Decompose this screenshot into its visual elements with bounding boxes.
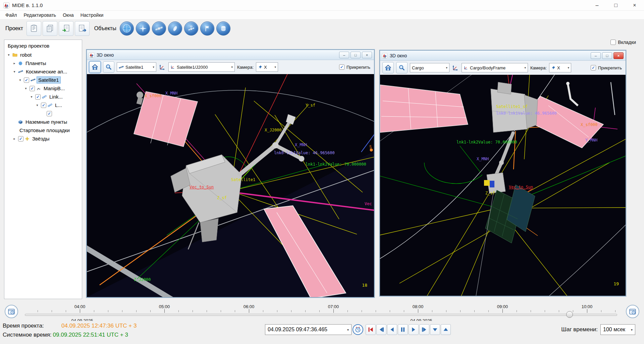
- camera-select-value: X: [264, 65, 267, 70]
- attach-checkbox[interactable]: Прикрепить: [591, 65, 622, 70]
- playback-pause-button[interactable]: [398, 324, 408, 335]
- 3d-window-close-button[interactable]: ×: [613, 52, 624, 59]
- mide-logo-icon: IDE: [89, 52, 94, 58]
- axes-icon[interactable]: [452, 64, 459, 71]
- tree-item-link3[interactable]: [4, 109, 82, 118]
- tree-checkbox[interactable]: [24, 77, 29, 83]
- frame-select[interactable]: Cargo/BodyFrame ▾: [462, 63, 528, 72]
- tree-item-manipb[interactable]: ▾ManipB...: [4, 84, 82, 93]
- add-tank-button[interactable]: [216, 21, 230, 36]
- time-step-value: 100 мсек: [603, 327, 625, 333]
- current-time-combo[interactable]: 04.09.2025 09:47:36.465 ▾: [265, 324, 352, 335]
- object-select[interactable]: Cargo ▾: [410, 63, 449, 72]
- playback-slower-button[interactable]: [430, 324, 440, 335]
- attach-checkbox-box[interactable]: [339, 64, 344, 70]
- tree-item-stars[interactable]: ▸Звёзды: [4, 134, 82, 143]
- tree-checkbox[interactable]: [30, 86, 35, 91]
- folder-icon: [12, 52, 17, 57]
- home-view-button[interactable]: [89, 61, 101, 73]
- playback-back-button[interactable]: [387, 324, 397, 335]
- add-star-button[interactable]: [136, 21, 150, 36]
- object-select[interactable]: Satellite1 ▾: [117, 62, 156, 72]
- time-step-combo[interactable]: 100 мсек ▾: [600, 324, 635, 335]
- 3d-window-1-titlebar[interactable]: IDE 3D окно –□×: [87, 50, 374, 60]
- 3d-viewport-2[interactable]: Satellite1_sflnk0-lnk1Value: 46.965600X_…: [380, 75, 626, 296]
- expander-icon[interactable]: ▾: [6, 53, 11, 57]
- timeline-tick: [601, 310, 601, 312]
- tree-checkbox[interactable]: [47, 111, 52, 116]
- playback-step-forward-button[interactable]: [419, 324, 429, 335]
- add-planet-button[interactable]: [120, 21, 134, 36]
- 3d-window-maximize-button[interactable]: □: [602, 52, 612, 59]
- tree-item-launch-pads[interactable]: Стартовые площадки: [4, 126, 82, 134]
- playback-play-button[interactable]: [409, 324, 419, 335]
- menu-windows[interactable]: Окна: [59, 11, 77, 19]
- timeline-tick: [587, 309, 587, 313]
- tree-item-link2[interactable]: ▾L...: [4, 101, 82, 109]
- playback-step-back-button[interactable]: [376, 324, 386, 335]
- window-minimize-button[interactable]: –: [588, 0, 606, 10]
- tabs-checkbox[interactable]: Вкладки: [610, 40, 636, 45]
- add-satellite-button[interactable]: [152, 21, 166, 36]
- mide-logo-icon: IDE: [3, 2, 9, 8]
- expander-icon[interactable]: ▾: [12, 70, 17, 73]
- menu-file[interactable]: Файл: [2, 11, 20, 19]
- tree-checkbox[interactable]: [41, 103, 46, 108]
- frame-number: 18: [362, 283, 367, 288]
- playback-skip-start-button[interactable]: [366, 324, 376, 335]
- 3d-window-minimize-button[interactable]: –: [339, 52, 349, 58]
- frame-icon: [170, 65, 175, 69]
- tree-item-planets[interactable]: ▸Планеты: [4, 59, 82, 67]
- tree-item-link1[interactable]: ▾Link...: [4, 93, 82, 101]
- home-view-button[interactable]: [382, 62, 394, 73]
- timeline-track[interactable]: [25, 314, 617, 316]
- tree-checkbox[interactable]: [35, 94, 41, 100]
- expander-icon[interactable]: ▸: [12, 61, 17, 65]
- tree-checkbox[interactable]: [18, 136, 23, 141]
- tree-item-spacecraft[interactable]: ▾Космические ап...: [4, 67, 82, 76]
- tree-item-ground-points[interactable]: Наземные пункты: [4, 118, 82, 126]
- tree-item-robot[interactable]: ▾robot: [4, 51, 82, 59]
- tree-item-satellite1[interactable]: ▾Satellite1: [4, 76, 82, 84]
- project-time-label: Время проекта:: [3, 323, 61, 329]
- svg-text:IDE: IDE: [5, 6, 8, 8]
- frame-select[interactable]: Satellite1/J2000 ▾: [168, 62, 235, 72]
- timeline-handle[interactable]: [566, 311, 573, 318]
- zoom-button[interactable]: [103, 61, 114, 73]
- 3d-window-minimize-button[interactable]: –: [591, 52, 601, 59]
- expander-icon[interactable]: ▾: [18, 78, 22, 82]
- new-project-button[interactable]: [26, 21, 41, 36]
- window-close-button[interactable]: ×: [625, 0, 644, 10]
- camera-select[interactable]: X ▾: [549, 63, 571, 72]
- add-capsule-button[interactable]: [168, 21, 182, 36]
- tabs-checkbox-box[interactable]: [610, 40, 616, 45]
- zoom-button[interactable]: [396, 62, 408, 73]
- attach-checkbox[interactable]: Прикрепить: [339, 64, 370, 70]
- timeline-tick: [432, 310, 432, 312]
- timeline-calendar-button-right[interactable]: [626, 305, 639, 318]
- add-sat-link-button[interactable]: [184, 21, 198, 36]
- axes-icon[interactable]: [159, 63, 166, 71]
- 3d-window-close-button[interactable]: ×: [362, 52, 372, 58]
- 3d-viewport-1[interactable]: X_sf000X_MNHY_sfX_J2000X_MNHlnk0-lnk1Val…: [87, 74, 374, 297]
- copy-project-button[interactable]: [43, 21, 57, 36]
- 3d-window-2-titlebar[interactable]: IDE 3D окно –□×: [380, 51, 626, 61]
- expander-icon[interactable]: ▾: [35, 103, 40, 107]
- 3d-window-maximize-button[interactable]: □: [351, 52, 361, 58]
- realtime-clock-button[interactable]: [353, 324, 363, 335]
- expander-icon[interactable]: ▾: [29, 95, 34, 99]
- satellite-icon: [31, 77, 36, 82]
- expander-icon[interactable]: ▸: [12, 137, 17, 140]
- playback-faster-button[interactable]: [441, 324, 451, 335]
- window-maximize-button[interactable]: □: [606, 0, 625, 10]
- import-project-button[interactable]: [59, 21, 73, 36]
- cube-icon: [18, 120, 23, 124]
- add-launch-site-button[interactable]: [200, 21, 214, 36]
- timeline-tick-label: 10:00: [582, 304, 593, 309]
- attach-checkbox-box[interactable]: [591, 65, 596, 70]
- camera-select[interactable]: X ▾: [256, 62, 278, 72]
- export-project-button[interactable]: [75, 21, 90, 36]
- expander-icon[interactable]: ▾: [23, 87, 28, 90]
- menu-edit[interactable]: Редактировать: [20, 11, 59, 19]
- menu-settings[interactable]: Настройки: [77, 11, 107, 19]
